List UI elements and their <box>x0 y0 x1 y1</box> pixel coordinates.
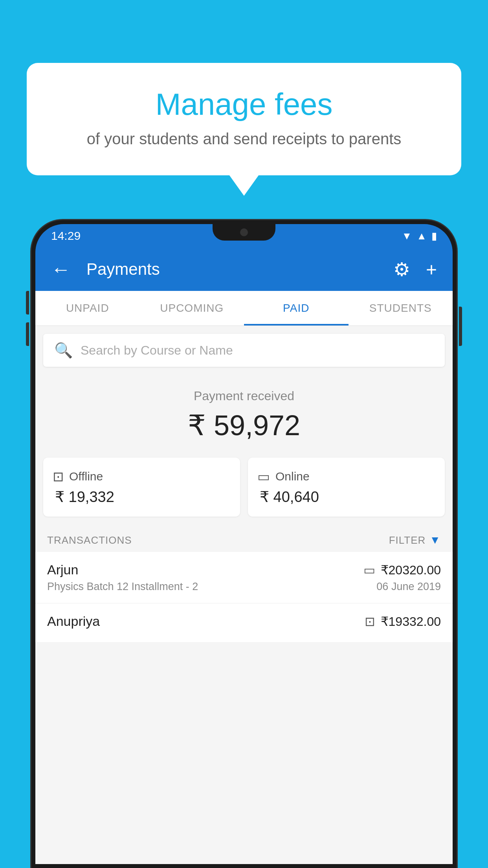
transaction-top: Anupriya ⊡ ₹19332.00 <box>47 614 441 629</box>
filter-icon: ▼ <box>429 534 441 546</box>
power-button <box>459 307 462 346</box>
offline-label: Offline <box>69 470 103 483</box>
add-button[interactable]: + <box>422 255 441 284</box>
search-bar[interactable]: 🔍 Search by Course or Name <box>43 334 445 367</box>
online-card-header: ▭ Online <box>257 469 435 484</box>
transaction-date: 06 June 2019 <box>376 581 441 593</box>
phone-frame: 14:29 ▼ ▲ ▮ ← Payments ⚙ + UNPAID UPCOMI… <box>31 220 457 868</box>
transaction-amount: ₹19332.00 <box>381 614 441 629</box>
cash-payment-icon: ⊡ <box>365 614 375 629</box>
payment-label: Payment received <box>43 389 445 403</box>
app-bar-title: Payments <box>86 260 378 279</box>
bubble-title: Manage fees <box>46 86 442 122</box>
transaction-name: Arjun <box>47 562 78 577</box>
offline-icon: ⊡ <box>53 469 64 484</box>
offline-card: ⊡ Offline ₹ 19,332 <box>43 458 240 517</box>
transaction-row[interactable]: Arjun ▭ ₹20320.00 Physics Batch 12 Insta… <box>35 552 453 603</box>
filter-button[interactable]: FILTER ▼ <box>389 534 441 546</box>
tab-students[interactable]: STUDENTS <box>349 291 453 326</box>
transactions-label: TRANSACTIONS <box>47 534 132 546</box>
transaction-top: Arjun ▭ ₹20320.00 <box>47 562 441 577</box>
phone-screen: 14:29 ▼ ▲ ▮ ← Payments ⚙ + UNPAID UPCOMI… <box>35 224 453 864</box>
status-time: 14:29 <box>51 229 81 243</box>
tab-bar: UNPAID UPCOMING PAID STUDENTS <box>35 291 453 326</box>
transaction-name: Anupriya <box>47 614 100 629</box>
filter-label: FILTER <box>389 534 426 546</box>
offline-card-header: ⊡ Offline <box>53 469 231 484</box>
transaction-bottom: Physics Batch 12 Installment - 2 06 June… <box>47 581 441 593</box>
tab-upcoming[interactable]: UPCOMING <box>140 291 244 326</box>
transaction-amount-wrap: ▭ ₹20320.00 <box>363 563 441 577</box>
bubble-subtitle: of your students and send receipts to pa… <box>46 130 442 148</box>
transactions-header: TRANSACTIONS FILTER ▼ <box>35 524 453 552</box>
status-icons: ▼ ▲ ▮ <box>402 230 437 242</box>
search-icon: 🔍 <box>54 342 73 359</box>
tab-unpaid[interactable]: UNPAID <box>35 291 140 326</box>
volume-down-button <box>26 322 29 346</box>
settings-button[interactable]: ⚙ <box>389 254 414 284</box>
online-card: ▭ Online ₹ 40,640 <box>248 458 445 517</box>
transaction-row[interactable]: Anupriya ⊡ ₹19332.00 <box>35 603 453 643</box>
battery-icon: ▮ <box>431 230 437 242</box>
back-button[interactable]: ← <box>47 254 75 285</box>
online-amount: ₹ 40,640 <box>257 488 435 506</box>
front-camera <box>240 228 248 236</box>
online-icon: ▭ <box>257 469 270 484</box>
tab-paid[interactable]: PAID <box>244 291 349 326</box>
app-bar: ← Payments ⚙ + <box>35 248 453 291</box>
wifi-icon: ▼ <box>402 230 412 242</box>
offline-amount: ₹ 19,332 <box>53 488 231 506</box>
speech-bubble: Manage fees of your students and send re… <box>27 63 461 175</box>
payment-amount: ₹ 59,972 <box>43 409 445 442</box>
volume-up-button <box>26 291 29 314</box>
app-bar-actions: ⚙ + <box>389 254 441 284</box>
screen-content: 🔍 Search by Course or Name Payment recei… <box>35 326 453 864</box>
transaction-amount: ₹20320.00 <box>381 563 441 577</box>
payment-cards: ⊡ Offline ₹ 19,332 ▭ Online ₹ 40,640 <box>35 450 453 524</box>
online-label: Online <box>275 470 310 483</box>
transaction-detail: Physics Batch 12 Installment - 2 <box>47 581 198 593</box>
phone-notch <box>213 224 275 241</box>
signal-icon: ▲ <box>416 230 427 242</box>
payment-section: Payment received ₹ 59,972 <box>35 375 453 450</box>
search-placeholder: Search by Course or Name <box>81 343 233 358</box>
transaction-amount-wrap: ⊡ ₹19332.00 <box>365 614 441 629</box>
card-payment-icon: ▭ <box>363 563 375 577</box>
